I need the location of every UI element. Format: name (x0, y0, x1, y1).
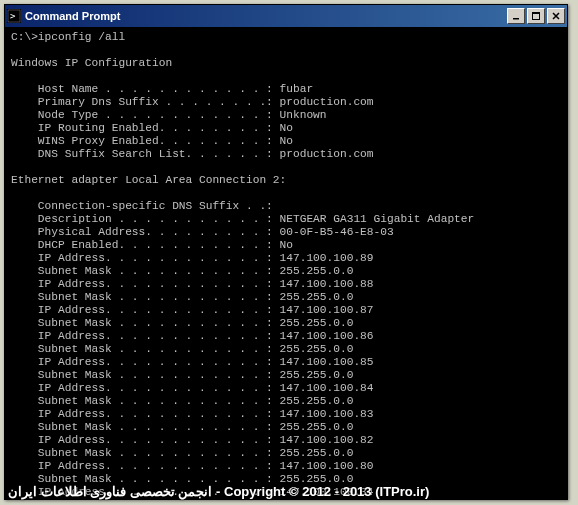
svg-rect-5 (533, 13, 540, 15)
titlebar: > Command Prompt (5, 5, 567, 27)
command-prompt-icon: > (7, 9, 21, 23)
window-controls (507, 8, 565, 24)
maximize-button[interactable] (527, 8, 545, 24)
terminal-output[interactable]: C:\>ipconfig /all Windows IP Configurati… (5, 27, 567, 499)
svg-rect-3 (513, 18, 519, 20)
minimize-button[interactable] (507, 8, 525, 24)
close-button[interactable] (547, 8, 565, 24)
watermark-text: Copyright © 2012 - 2013 (ITPro.ir) - انج… (8, 484, 429, 499)
command-prompt-window: > Command Prompt C:\>ipconfig /all Windo… (4, 4, 568, 500)
svg-text:>: > (10, 11, 16, 21)
window-title: Command Prompt (25, 10, 507, 22)
